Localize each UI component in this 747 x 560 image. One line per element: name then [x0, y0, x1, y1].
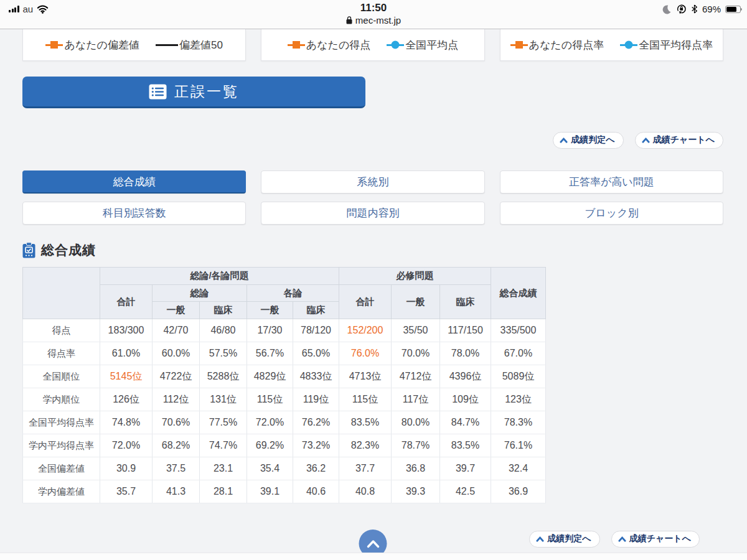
score-cell: 117/150	[440, 319, 491, 342]
score-cell: 46/80	[200, 319, 247, 342]
row-label: 全国平均得点率	[23, 411, 100, 434]
score-cell: 69.2%	[247, 434, 293, 457]
score-cell: 5288位	[200, 365, 247, 388]
orange-square-marker-icon	[45, 44, 63, 46]
score-cell: 76.0%	[339, 342, 392, 365]
score-cell: 112位	[153, 388, 200, 411]
grade-judgment-label: 成績判定へ	[547, 533, 591, 544]
score-cell: 4833位	[293, 365, 339, 388]
score-cell: 4722位	[153, 365, 200, 388]
row-label: 学内順位	[23, 388, 100, 411]
section-header: 総合成績	[22, 241, 723, 259]
grade-chart-link[interactable]: 成績チャートへ	[611, 531, 700, 548]
score-cell: 123位	[491, 388, 546, 411]
table-row: 学内順位126位112位131位115位119位115位117位109位123位	[23, 388, 546, 411]
score-cell: 83.5%	[339, 411, 392, 434]
score-cell: 17/30	[247, 319, 293, 342]
header-clinical: 臨床	[200, 302, 247, 319]
legend-item: あなたの得点	[288, 38, 371, 52]
score-cell: 77.5%	[200, 411, 247, 434]
battery-percent: 69%	[702, 4, 721, 14]
header-general: 一般	[153, 302, 200, 319]
score-cell: 80.0%	[392, 411, 440, 434]
score-cell: 60.0%	[153, 342, 200, 365]
legend-label: 全国平均得点率	[639, 38, 713, 52]
score-cell: 183/300	[100, 319, 153, 342]
table-row: 全国平均得点率74.8%70.6%77.5%72.0%76.2%83.5%80.…	[23, 411, 546, 434]
nav-tab-overall-results[interactable]: 総合成績	[22, 170, 246, 194]
corner-header-cell	[23, 268, 100, 319]
chevron-up-icon	[642, 137, 650, 143]
nav-tab-by-system[interactable]: 系統別	[261, 170, 484, 194]
legend-label: 偏差値50	[179, 38, 223, 52]
score-cell: 42.5	[440, 480, 491, 503]
score-cell: 82.3%	[339, 434, 392, 457]
score-cell: 67.0%	[491, 342, 546, 365]
nav-tab-by-question-content[interactable]: 問題内容別	[261, 202, 484, 225]
header-overall: 総合成績	[491, 268, 546, 319]
bluetooth-icon	[691, 4, 698, 14]
score-cell: 119位	[293, 388, 339, 411]
score-table-body: 得点183/30042/7046/8017/3078/120152/20035/…	[23, 319, 546, 503]
legend-label: あなたの偏差値	[64, 38, 139, 52]
score-cell: 42/70	[153, 319, 200, 342]
score-cell: 152/200	[339, 319, 392, 342]
score-cell: 39.1	[247, 480, 293, 503]
address-bar[interactable]: mec-mst.jp	[0, 15, 747, 26]
correct-incorrect-list-label: 正誤一覧	[174, 82, 239, 101]
header-total: 合計	[100, 285, 153, 319]
score-cell: 72.0%	[100, 434, 153, 457]
nav-tab-wrong-answers-by-subject[interactable]: 科目別誤答数	[22, 202, 246, 225]
score-cell: 4829位	[247, 365, 293, 388]
grade-chart-link[interactable]: 成績チャートへ	[635, 132, 723, 149]
score-cell: 23.1	[200, 457, 247, 480]
orange-square-marker-icon	[510, 44, 528, 46]
score-cell: 68.2%	[153, 434, 200, 457]
table-row: 全国偏差値30.937.523.135.436.237.736.839.732.…	[23, 457, 546, 480]
score-cell: 115位	[339, 388, 392, 411]
score-cell: 84.7%	[440, 411, 491, 434]
legend-card-score: あなたの得点 全国平均点	[261, 29, 484, 61]
score-cell: 35.4	[247, 457, 293, 480]
nav-tab-high-correct-rate[interactable]: 正答率が高い問題	[500, 170, 723, 194]
header-total: 合計	[339, 285, 392, 319]
score-cell: 5089位	[491, 365, 546, 388]
legend-item: 全国平均点	[387, 38, 458, 52]
url-text: mec-mst.jp	[355, 15, 401, 26]
score-cell: 73.2%	[293, 434, 339, 457]
chevron-up-icon	[560, 137, 568, 143]
legend-item: あなたの偏差値	[45, 38, 139, 52]
score-cell: 78.7%	[392, 434, 440, 457]
moon-icon	[662, 4, 672, 14]
score-cell: 115位	[247, 388, 293, 411]
legend-label: 全国平均点	[405, 38, 458, 52]
status-bar: au 11:50 mec-mst.jp 69%	[0, 0, 747, 29]
legend-card-deviation: あなたの偏差値 偏差値50	[22, 29, 246, 61]
clipboard-icon	[22, 242, 35, 258]
grade-judgment-link[interactable]: 成績判定へ	[529, 531, 599, 548]
score-cell: 117位	[392, 388, 440, 411]
score-cell: 72.0%	[247, 411, 293, 434]
nav-tab-by-block[interactable]: ブロック別	[500, 202, 723, 225]
correct-incorrect-list-button[interactable]: 正誤一覧	[22, 77, 365, 108]
score-cell: 40.6	[293, 480, 339, 503]
blue-circle-marker-icon	[387, 44, 404, 46]
black-line-marker-icon	[156, 44, 178, 46]
score-cell: 37.5	[153, 457, 200, 480]
grade-chart-label: 成績チャートへ	[653, 134, 715, 146]
score-cell: 65.0%	[293, 342, 339, 365]
score-cell: 61.0%	[100, 342, 153, 365]
legend-card-score-rate: あなたの得点率 全国平均得点率	[500, 29, 723, 61]
section-title: 総合成績	[41, 241, 96, 259]
score-cell: 40.8	[339, 480, 392, 503]
bottom-anchor-links: 成績判定へ 成績チャートへ	[529, 531, 700, 548]
score-cell: 35/50	[392, 319, 440, 342]
score-cell: 76.2%	[293, 411, 339, 434]
header-general: 一般	[392, 285, 440, 319]
lock-icon	[346, 16, 352, 24]
score-cell: 28.1	[200, 480, 247, 503]
grade-judgment-link[interactable]: 成績判定へ	[553, 132, 623, 149]
battery-icon	[725, 6, 741, 13]
score-cell: 32.4	[491, 457, 546, 480]
chevron-up-icon	[366, 539, 380, 548]
